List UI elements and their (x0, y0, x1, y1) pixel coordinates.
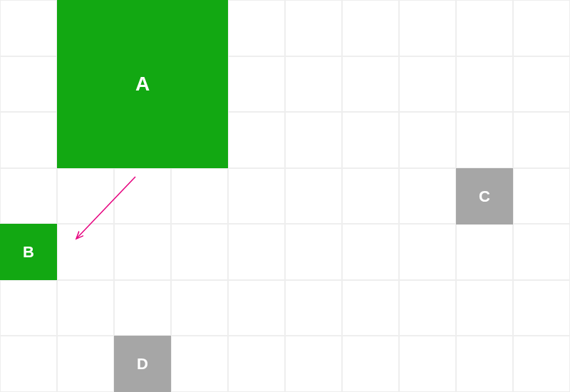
box-d-label: D (137, 355, 148, 373)
grid-cell (0, 280, 57, 336)
grid-cell (228, 224, 285, 280)
grid-cell (399, 280, 456, 336)
grid-cell (171, 224, 228, 280)
grid-cell (228, 168, 285, 225)
grid-cell (513, 280, 570, 336)
grid-cell (342, 280, 399, 336)
grid-cell (171, 280, 228, 336)
grid-cell (399, 224, 456, 280)
grid-cell (228, 280, 285, 336)
grid-cell (0, 336, 57, 392)
grid-cell (228, 0, 285, 56)
grid-cell (399, 0, 456, 56)
grid-cell (513, 224, 570, 280)
box-c: C (456, 168, 513, 225)
grid-cell (399, 56, 456, 113)
grid-cell (399, 168, 456, 225)
grid-cell (456, 56, 513, 113)
grid-cell (456, 280, 513, 336)
grid-cell (285, 56, 342, 113)
grid-cell (456, 0, 513, 56)
grid-cell (513, 0, 570, 56)
grid-cell (57, 168, 114, 225)
grid-cell (0, 168, 57, 225)
box-b-label: B (23, 243, 34, 262)
grid-cell (114, 168, 171, 225)
grid-cell (285, 280, 342, 336)
grid-cell (228, 112, 285, 168)
grid-cell (285, 336, 342, 392)
grid-cell (285, 112, 342, 168)
grid-cell (57, 280, 114, 336)
grid-cell (342, 0, 399, 56)
grid-cell (114, 280, 171, 336)
box-a-label: A (135, 73, 150, 96)
grid-cell (0, 112, 57, 168)
grid-cell (513, 336, 570, 392)
grid-cell (57, 336, 114, 392)
box-a: A (57, 0, 228, 168)
grid-cell (342, 224, 399, 280)
grid-cell (399, 336, 456, 392)
grid-cell (342, 168, 399, 225)
grid-cell (0, 0, 57, 56)
grid-cell (114, 224, 171, 280)
grid-cell (513, 112, 570, 168)
grid-cell (513, 168, 570, 225)
box-d: D (114, 336, 171, 392)
box-c-label: C (479, 187, 490, 206)
grid-cell (342, 56, 399, 113)
grid-cell (513, 56, 570, 113)
grid-cell (456, 336, 513, 392)
grid-cell (342, 112, 399, 168)
grid-cell (456, 112, 513, 168)
grid-cell (228, 336, 285, 392)
box-b: B (0, 224, 57, 280)
grid-cell (285, 168, 342, 225)
grid-cell (342, 336, 399, 392)
grid-cell (171, 168, 228, 225)
grid-cell (285, 0, 342, 56)
grid-cell (285, 224, 342, 280)
grid-cell (57, 224, 114, 280)
grid-cell (399, 112, 456, 168)
grid-cell (456, 224, 513, 280)
grid-cell (171, 336, 228, 392)
grid-cell (0, 56, 57, 113)
grid-cell (228, 56, 285, 113)
